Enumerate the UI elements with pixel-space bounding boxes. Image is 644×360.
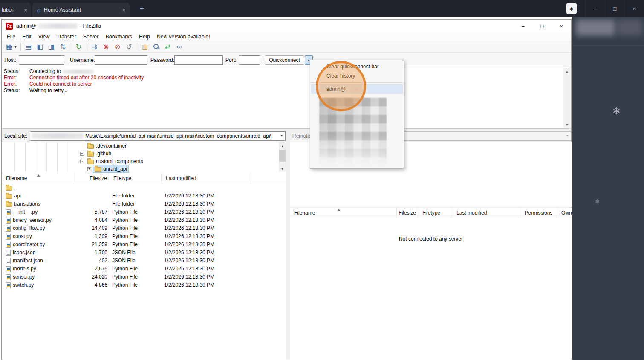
cancel-icon[interactable]: ⊗ [100,42,112,52]
column-filesize[interactable]: Filesize [397,208,418,218]
column-filetype[interactable]: Filetype [109,173,162,183]
file-row[interactable]: icons.json1,700JSON File1/2/2026 12:18:3… [2,249,286,257]
file-icon [6,186,12,191]
log-label: Error: [4,75,29,81]
filter-icon[interactable] [150,42,162,52]
password-input[interactable] [174,55,223,65]
process-queue-icon[interactable]: ⇉ [89,42,100,52]
log-scrollbar[interactable]: ▲ ▼ [563,68,571,128]
log-line: Error:Connection timed out after 20 seco… [2,75,563,81]
window-minimize-button[interactable]: – [514,20,532,32]
expander-icon[interactable] [87,167,91,171]
snowflake-icon: ❄ [595,198,600,205]
tree-item[interactable]: .devcontainer [2,142,278,150]
column-filesize[interactable]: Filesize [75,173,109,183]
synchronized-browsing-icon[interactable]: ⇄ [162,42,173,52]
title-bar[interactable]: Fz admin@ - FileZilla – □ × [2,20,571,32]
window-maximize-button[interactable]: □ [533,20,551,32]
username-input[interactable] [95,55,147,65]
tree-item[interactable]: .github [2,150,278,157]
refresh-icon[interactable]: ↻ [73,42,84,52]
pane-splitter[interactable] [286,129,290,360]
site-manager-dropdown-icon[interactable]: ▾ [13,42,18,52]
window-close-button[interactable]: × [552,20,570,32]
browser-close-button[interactable]: × [624,0,644,17]
menu-help[interactable]: Help [136,33,153,41]
column-last-modified[interactable]: Last modified [452,208,520,218]
tree-item[interactable]: unraid_api [2,165,278,173]
file-row[interactable]: models.py2,675Python File1/2/2026 12:18:… [2,265,286,273]
file-modified: 1/2/2026 12:18:30 PM [162,224,251,232]
file-row[interactable]: manifest.json402JSON File1/2/2026 12:18:… [2,257,286,265]
redacted-region [576,20,615,36]
expander-icon[interactable] [80,160,84,163]
folder-name: unraid_api [103,166,127,172]
toolbar-separator[interactable] [135,42,139,52]
message-log-icon[interactable]: ▤ [23,42,34,52]
menu-new-version[interactable]: New version available! [153,33,214,41]
file-row[interactable]: .. [2,184,286,192]
disconnect-icon[interactable]: ⊘ [112,42,123,52]
scroll-down-icon[interactable]: ▼ [279,165,286,172]
file-size: 14,409 [75,224,109,232]
menu-view[interactable]: View [35,33,53,41]
file-row[interactable]: const.py1,309Python File1/2/2026 12:18:3… [2,232,286,241]
local-site-label: Local site: [4,133,27,139]
column-permissions[interactable]: Permissions [520,208,557,218]
file-name: icons.json [13,249,35,257]
tab-close-icon[interactable]: × [122,7,125,13]
scroll-down-icon[interactable]: ▼ [563,121,571,128]
column-owner-group[interactable]: Owner/Group [557,208,572,218]
file-icon [6,226,11,232]
file-row[interactable]: sensor.py24,020Python File1/2/2026 12:18… [2,273,286,281]
scroll-up-icon[interactable]: ▲ [563,68,571,75]
scroll-up-icon[interactable]: ▲ [279,142,286,149]
menu-transfer[interactable]: Transfer [53,33,80,41]
toolbar-separator[interactable] [69,42,73,52]
chevron-down-icon[interactable]: ▾ [280,134,284,138]
folder-icon [87,160,94,164]
browser-restore-button[interactable]: □ [605,0,624,17]
browser-tab-partial[interactable]: lution × [0,3,31,17]
new-tab-button[interactable]: + [137,4,147,13]
file-row[interactable]: apiFile folder1/2/2026 12:18:30 PM [2,192,286,200]
file-type: Python File [109,224,162,232]
tree-item[interactable]: custom_components [2,157,278,165]
remote-treeview-icon[interactable]: ◨ [46,42,57,52]
browser-sparkle-button[interactable]: ◆ [566,3,577,14]
file-row[interactable]: config_flow.py14,409Python File1/2/2026 … [2,224,286,232]
browser-minimize-button[interactable]: – [585,0,605,17]
scrollbar-thumb[interactable] [279,150,286,162]
toolbar-separator[interactable] [84,42,89,52]
menu-bookmarks[interactable]: Bookmarks [102,33,136,41]
expander-icon[interactable] [80,152,84,156]
transfer-queue-icon[interactable]: ⇅ [57,42,69,52]
file-size [75,184,109,192]
menu-file[interactable]: File [3,33,19,41]
local-file-list: FilenameFilesizeFiletypeLast modified ..… [2,173,286,360]
local-site-combobox[interactable]: Music\Example\unraid_api-main\unraid_api… [30,131,286,141]
host-input[interactable] [19,55,64,65]
file-row[interactable]: translationsFile folder1/2/2026 12:18:30… [2,200,286,208]
column-filetype[interactable]: Filetype [418,208,452,218]
file-row[interactable]: switch.py4,866Python File1/2/2026 12:18:… [2,281,286,289]
port-input[interactable] [239,55,260,65]
column-filename[interactable]: Filename [290,208,397,218]
column-last-modified[interactable]: Last modified [162,173,251,183]
find-files-icon[interactable]: ∞ [173,42,185,52]
browser-tab-home-assistant[interactable]: ⌂ Home Assistant × [32,3,130,17]
reconnect-icon[interactable]: ↺ [123,42,135,52]
tab-close-icon[interactable]: × [24,7,27,13]
menu-edit[interactable]: Edit [19,33,35,41]
file-row[interactable]: __init__.py5,787Python File1/2/2026 12:1… [2,208,286,216]
file-row[interactable]: coordinator.py21,359Python File1/2/2026 … [2,241,286,249]
file-row[interactable]: binary_sensor.py4,084Python File1/2/2026… [2,216,286,224]
click-annotation-circle [316,61,366,111]
menu-server[interactable]: Server [80,33,102,41]
tree-scrollbar[interactable]: ▲ ▼ [279,142,286,172]
directory-comparison-icon[interactable]: ▥ [139,42,150,52]
quickconnect-button[interactable]: Quickconnect [265,55,304,65]
log-text: Waiting to retry... [29,87,67,93]
toolbar-separator[interactable] [18,42,23,52]
local-treeview-icon[interactable]: ◧ [34,42,46,52]
